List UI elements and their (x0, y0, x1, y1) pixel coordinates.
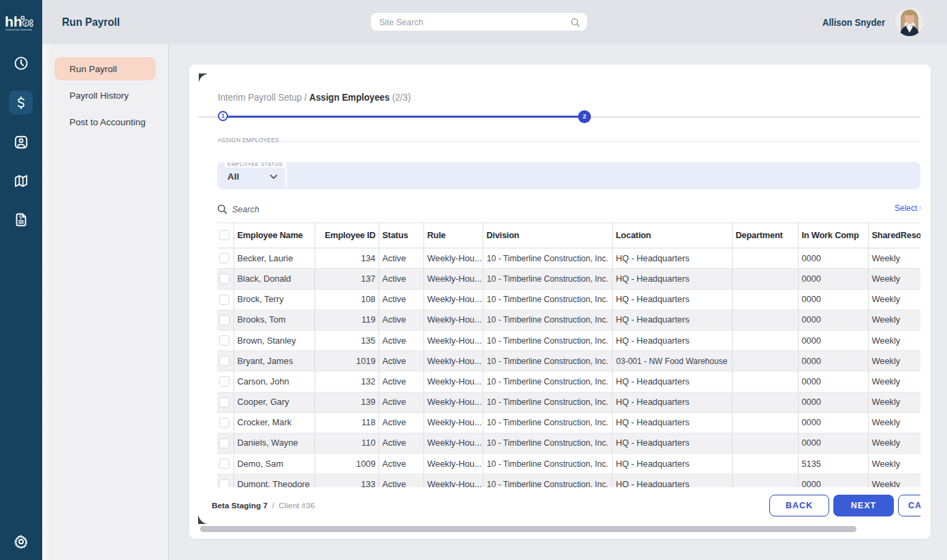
svg-text:hh: hh (5, 14, 22, 29)
svg-text:2: 2 (25, 20, 27, 25)
svg-text:Construction Connected: Construction Connected (5, 29, 32, 31)
